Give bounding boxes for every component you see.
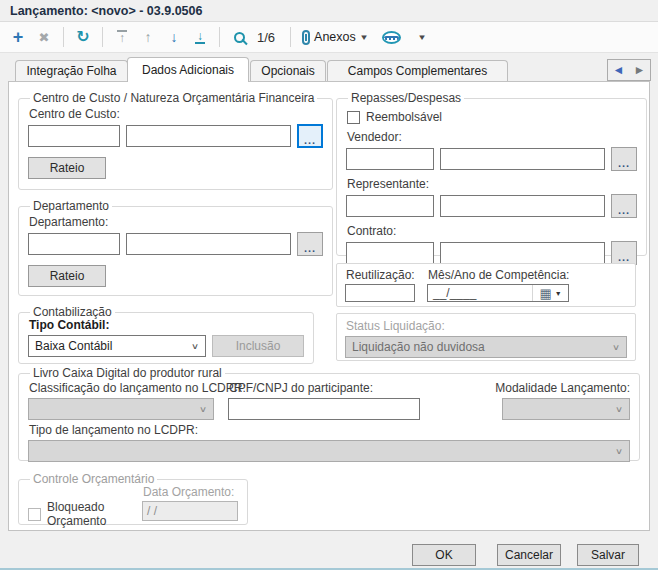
contrato-name-input[interactable] (440, 242, 605, 264)
reutilizacao-input[interactable] (345, 284, 415, 302)
group-contabilizacao: Contabilização Tipo Contábil: Baixa Cont… (18, 307, 314, 364)
panel-status-liquidacao: Status Liquidação: Liquidação não duvido… (336, 313, 636, 361)
centro-custo-browse-button[interactable]: ... (297, 124, 323, 148)
cpf-cnpj-input[interactable] (228, 398, 420, 420)
paperclip-icon (302, 30, 310, 45)
reembolsavel-label: Reembolsável (366, 110, 442, 124)
cpf-cnpj-label: CPF/CNPJ do participante: (229, 381, 420, 395)
ok-button[interactable]: OK (412, 544, 476, 566)
salvar-button[interactable]: Salvar (577, 544, 639, 566)
tab-scroll-left-button[interactable]: ◄ (613, 64, 625, 76)
competencia-mask: __/____ (428, 286, 532, 300)
toolbar-separator (219, 27, 220, 47)
departamento-rateio-button[interactable]: Rateio (28, 265, 106, 287)
competencia-input[interactable]: __/____ ▦ ▼ (427, 284, 569, 302)
tipo-contabil-label: Tipo Contábil: (29, 318, 304, 332)
lancamento-dialog: Lançamento: <novo> - 03.9.0506 + ✖ ↻ ↑ ↑… (0, 0, 658, 570)
departamento-browse-button[interactable]: ... (297, 232, 323, 256)
chevron-down-icon: ▼ (555, 290, 562, 297)
group-repasses-title: Repasses/Despesas (348, 93, 464, 104)
inclusao-button: Inclusão (212, 335, 304, 357)
status-liquidacao-label: Status Liquidação: (346, 319, 627, 333)
search-icon (234, 32, 245, 43)
chevron-down-icon: ∨ (615, 404, 623, 414)
competencia-label: Mês/Ano de Competência: (428, 268, 569, 282)
chevron-down-icon: ▼ (359, 33, 369, 42)
representante-label: Representante: (347, 177, 637, 191)
tipo-lcdpr-label: Tipo de lançamento no LCDPR: (29, 423, 630, 437)
vendedor-code-input[interactable] (346, 148, 434, 170)
group-controle-title: Controle Orçamentário (30, 474, 157, 485)
toolbar-separator (102, 27, 103, 47)
previous-record-button[interactable]: ↑ (136, 25, 160, 49)
chevron-down-icon: ∨ (199, 404, 207, 414)
arrow-down-icon: ↓ (171, 30, 178, 44)
delete-record-button[interactable]: ✖ (32, 25, 56, 49)
tab-campos-complementares[interactable]: Campos Complementares (327, 60, 508, 81)
last-record-icon: ↓ (195, 30, 205, 44)
window-title: Lançamento: <novo> - 03.9.0506 (10, 4, 202, 18)
group-repasses-despesas: Repasses/Despesas Reembolsável Vendedor:… (336, 93, 647, 256)
anexos-label: Anexos (314, 30, 356, 44)
centro-custo-label: Centro de Custo: (29, 107, 323, 121)
print-dropdown-button[interactable]: ▼ (410, 25, 434, 49)
first-record-icon: ↑ (117, 30, 127, 44)
search-button[interactable] (227, 25, 251, 49)
competencia-calendar-button[interactable]: ▦ ▼ (532, 285, 568, 301)
data-orcamento-label: Data Orçamento: (143, 485, 238, 499)
toolbar-separator (290, 27, 291, 47)
vendedor-name-input[interactable] (440, 148, 605, 170)
bloqueado-orcamento-label: Bloqueado Orçamento (47, 500, 130, 528)
departamento-code-input[interactable] (28, 233, 120, 255)
contrato-code-input[interactable] (346, 242, 434, 264)
chevron-down-icon: ∨ (612, 342, 620, 352)
centro-custo-code-input[interactable] (28, 125, 120, 147)
arrow-up-icon: ↑ (145, 30, 152, 44)
tab-integracao-folha[interactable]: Integração Folha (15, 60, 128, 81)
add-record-button[interactable]: + (6, 25, 30, 49)
data-orcamento-input: / / (142, 501, 238, 521)
refresh-button[interactable]: ↻ (71, 25, 95, 49)
tab-dados-adicionais[interactable]: Dados Adicionais (127, 57, 249, 82)
reembolsavel-checkbox[interactable] (347, 111, 360, 124)
group-lcdpr: Livro Caixa Digital do produtor rural Cl… (18, 368, 640, 461)
representante-code-input[interactable] (346, 195, 434, 217)
group-lcdpr-title: Livro Caixa Digital do produtor rural (30, 368, 225, 379)
next-record-button[interactable]: ↓ (162, 25, 186, 49)
chevron-down-icon: ∨ (615, 446, 623, 456)
group-departamento-title: Departamento (30, 201, 112, 212)
representante-browse-button[interactable]: ... (611, 194, 637, 218)
group-contabilizacao-title: Contabilização (30, 307, 115, 318)
departamento-name-input[interactable] (126, 233, 291, 255)
classificacao-lcdpr-select: ∨ (28, 398, 214, 420)
tab-opcionais[interactable]: Opcionais (250, 60, 326, 81)
tab-scroll-right-button[interactable]: ► (634, 64, 646, 76)
tab-scroll-buttons: ◄ ► (607, 59, 651, 81)
chevron-down-icon: ∨ (191, 341, 199, 351)
cancelar-button[interactable]: Cancelar (497, 544, 561, 566)
plus-icon: + (13, 28, 24, 46)
representante-name-input[interactable] (440, 195, 605, 217)
departamento-label: Departamento: (29, 215, 323, 229)
contrato-browse-button[interactable]: ... (611, 241, 637, 265)
print-button[interactable] (380, 25, 404, 49)
modalidade-label: Modalidade Lançamento: (495, 381, 630, 395)
first-record-button[interactable]: ↑ (110, 25, 134, 49)
centro-custo-rateio-button[interactable]: Rateio (28, 157, 106, 179)
tipo-lcdpr-select: ∨ (28, 440, 630, 462)
tipo-contabil-select[interactable]: Baixa Contábil ∨ (28, 335, 206, 357)
modalidade-select: ∨ (502, 398, 630, 420)
anexos-button[interactable]: Anexos ▼ (298, 25, 372, 49)
last-record-button[interactable]: ↓ (188, 25, 212, 49)
panel-reutilizacao: Reutilização: Mês/Ano de Competência: __… (336, 263, 636, 307)
group-departamento: Departamento Departamento: ... Rateio (18, 201, 333, 296)
chevron-down-icon: ▼ (417, 33, 427, 42)
refresh-icon: ↻ (76, 29, 89, 45)
contrato-label: Contrato: (347, 224, 637, 238)
classificacao-lcdpr-label: Classificação do lançamento no LCDPR: (29, 381, 214, 395)
vendedor-browse-button[interactable]: ... (611, 147, 637, 171)
record-counter: 1/6 (257, 30, 275, 45)
group-controle-orcamentario: Controle Orçamentário Bloqueado Orçament… (18, 474, 248, 525)
delete-x-icon: ✖ (39, 31, 50, 44)
centro-custo-name-input[interactable] (126, 125, 291, 147)
